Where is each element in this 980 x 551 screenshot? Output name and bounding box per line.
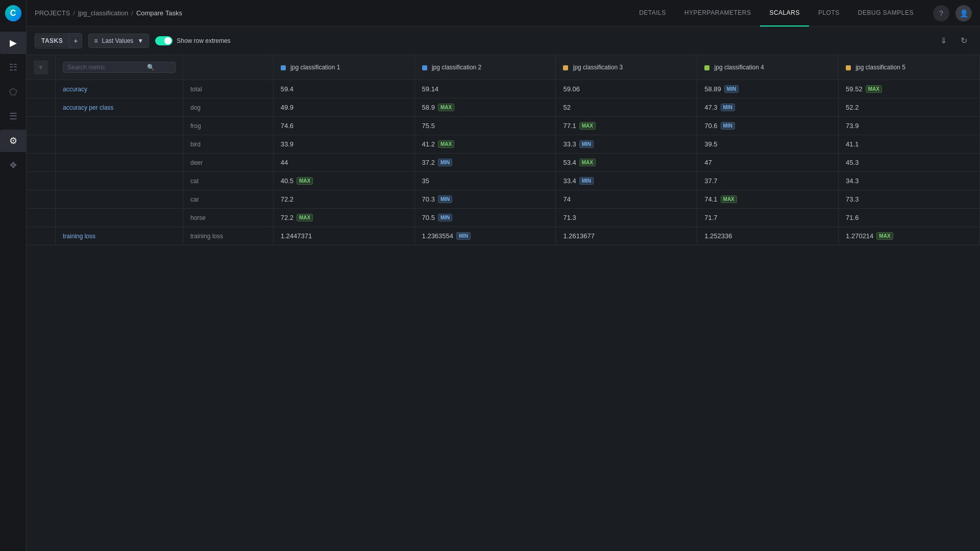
- show-extremes-label: Show row extremes: [177, 37, 230, 44]
- value-cell-5-4: 34.3: [839, 172, 980, 190]
- breadcrumb-current: Compare Tasks: [136, 9, 182, 17]
- metric-label-cell: dog: [183, 98, 274, 117]
- cell-value: 58.89: [704, 85, 721, 93]
- cell-value: 47: [704, 159, 712, 166]
- value-cell-2-1: 75.5: [414, 117, 556, 135]
- table-row: car72.270.3MIN7474.1MAX73.3: [27, 190, 980, 209]
- value-cell-2-4: 73.9: [839, 117, 980, 135]
- tab-hyperparameters[interactable]: HYPERPARAMETERS: [675, 0, 761, 27]
- tab-scalars[interactable]: SCALARS: [760, 0, 809, 27]
- cell-value: 71.7: [704, 214, 717, 221]
- col-header-4: jpg classification 4: [697, 55, 839, 80]
- value-cell-7-2: 71.3: [556, 209, 697, 227]
- breadcrumb-projects[interactable]: PROJECTS: [35, 9, 70, 17]
- sidebar-item-settings[interactable]: ⚙: [0, 130, 27, 152]
- max-badge: MAX: [866, 85, 882, 93]
- sidebar-item-network[interactable]: ❖: [0, 154, 27, 177]
- tab-debug-samples[interactable]: DEBUG SAMPLES: [849, 0, 923, 27]
- top-nav: PROJECTS / jpg_classification / Compare …: [27, 0, 980, 27]
- nav-right: ? 👤: [933, 5, 972, 21]
- sidebar-item-data[interactable]: ⬠: [0, 81, 27, 103]
- value-cell-6-4: 73.3: [839, 190, 980, 209]
- max-badge: MAX: [438, 104, 454, 111]
- cell-value: 52.2: [846, 104, 859, 111]
- cell-value: 70.3: [422, 195, 435, 203]
- help-icon[interactable]: ?: [933, 5, 949, 21]
- filter-cell: [27, 227, 56, 245]
- metric-label-cell: total: [183, 80, 274, 98]
- logo[interactable]: C: [0, 0, 27, 27]
- min-badge: MIN: [438, 214, 452, 221]
- cell-value: 37.2: [422, 159, 435, 166]
- value-cell-2-2: 77.1MAX: [556, 117, 697, 135]
- value-cell-3-3: 39.5: [697, 135, 839, 154]
- cell-value: 1.2613677: [563, 232, 594, 240]
- cell-value: 1.2447371: [281, 232, 312, 240]
- min-badge: MIN: [579, 177, 594, 185]
- filter-cell: [27, 209, 56, 227]
- main-content: PROJECTS / jpg_classification / Compare …: [27, 0, 980, 551]
- sidebar-item-home[interactable]: ▶: [0, 32, 27, 54]
- value-cell-0-2: 59.06: [556, 80, 697, 98]
- min-badge: MIN: [721, 122, 735, 130]
- toggle-on-icon[interactable]: [155, 36, 173, 45]
- value-cell-2-3: 70.6MIN: [697, 117, 839, 135]
- metric-group-cell: [56, 154, 183, 172]
- cell-value: 59.52: [846, 85, 863, 93]
- cell-value: 47.3: [704, 104, 717, 111]
- value-cell-6-0: 72.2: [273, 190, 414, 209]
- search-input[interactable]: [67, 64, 144, 71]
- cell-value: 49.9: [281, 104, 293, 111]
- value-cell-0-4: 59.52MAX: [839, 80, 980, 98]
- metric-label-cell: bird: [183, 135, 274, 154]
- show-extremes-toggle[interactable]: Show row extremes: [155, 36, 230, 45]
- cell-value: 59.14: [422, 85, 439, 93]
- cell-value: 58.9: [422, 104, 435, 111]
- last-values-dropdown[interactable]: ≡ Last Values ▼: [88, 34, 149, 48]
- sidebar-item-experiments[interactable]: ☷: [0, 56, 27, 79]
- cell-value: 39.5: [704, 140, 717, 148]
- cell-value: 72.2: [281, 214, 293, 221]
- filter-cell: [27, 80, 56, 98]
- breadcrumb-project[interactable]: jpg_classification: [78, 9, 128, 17]
- tab-details[interactable]: DETAILS: [630, 0, 675, 27]
- table-row: deer4437.2MIN53.4MAX4745.3: [27, 154, 980, 172]
- sidebar-item-layers[interactable]: ☰: [0, 105, 27, 128]
- filter-cell: [27, 135, 56, 154]
- value-cell-6-3: 74.1MAX: [697, 190, 839, 209]
- value-cell-4-3: 47: [697, 154, 839, 172]
- value-cell-4-4: 45.3: [839, 154, 980, 172]
- value-cell-3-0: 33.9: [273, 135, 414, 154]
- refresh-button[interactable]: ↻: [955, 33, 972, 49]
- value-cell-5-3: 37.7: [697, 172, 839, 190]
- table-row: training losstraining loss1.24473711.236…: [27, 227, 980, 245]
- filter-icon[interactable]: ▿: [34, 60, 48, 74]
- max-badge: MAX: [579, 159, 596, 166]
- col3-label: jpg classification 3: [573, 64, 623, 71]
- toolbar: TASKS + ≡ Last Values ▼ Show row extreme…: [27, 27, 980, 55]
- metric-label-cell: training loss: [183, 227, 274, 245]
- tab-plots[interactable]: PLOTS: [809, 0, 849, 27]
- metric-group-cell: [56, 209, 183, 227]
- download-button[interactable]: ⇓: [935, 33, 951, 49]
- avatar[interactable]: 👤: [955, 5, 972, 21]
- metric-group-cell: [56, 135, 183, 154]
- breadcrumb-sep2: /: [131, 9, 133, 17]
- value-cell-8-3: 1.252336: [697, 227, 839, 245]
- filter-cell: [27, 154, 56, 172]
- metric-group-cell: [56, 190, 183, 209]
- value-cell-0-1: 59.14: [414, 80, 556, 98]
- col3-color-dot: [563, 65, 568, 70]
- tasks-label[interactable]: TASKS: [35, 34, 69, 47]
- toolbar-right-icons: ⇓ ↻: [935, 33, 972, 49]
- value-cell-7-4: 71.6: [839, 209, 980, 227]
- cell-value: 53.4: [563, 159, 576, 166]
- value-cell-1-1: 58.9MAX: [414, 98, 556, 117]
- tasks-button-group[interactable]: TASKS +: [35, 33, 82, 48]
- cell-value: 74.1: [704, 195, 717, 203]
- tasks-add-button[interactable]: +: [69, 34, 82, 48]
- cell-value: 1.270214: [846, 232, 873, 240]
- max-badge: MAX: [721, 195, 737, 203]
- cell-value: 44: [281, 159, 288, 166]
- cell-value: 37.7: [704, 177, 717, 185]
